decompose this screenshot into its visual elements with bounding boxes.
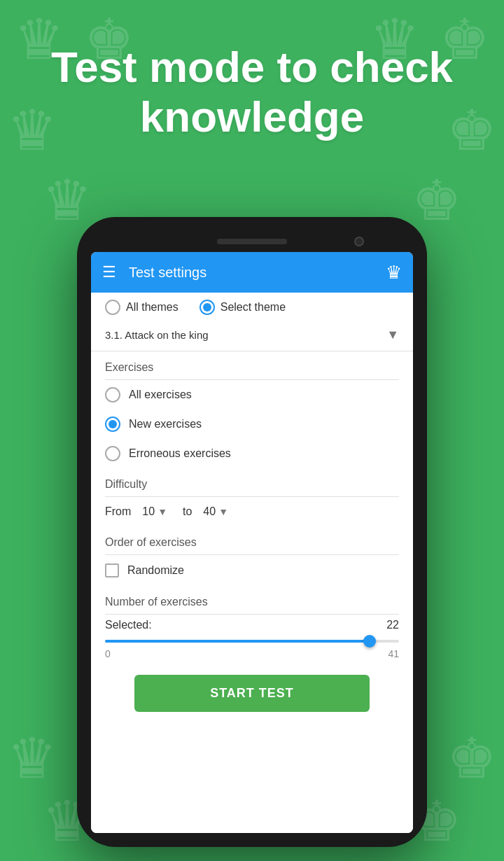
theme-dropdown-value: 3.1. Attack on the king	[105, 329, 386, 341]
select-theme-option[interactable]: Select theme	[200, 300, 286, 315]
phone-camera	[354, 237, 364, 246]
erroneous-exercises-radio[interactable]	[105, 446, 120, 461]
all-exercises-radio[interactable]	[105, 387, 120, 402]
from-value: 10	[142, 505, 155, 518]
start-test-button[interactable]: START TEST	[134, 675, 370, 712]
new-exercises-radio-fill	[108, 420, 117, 428]
hero-line2: knowledge	[0, 92, 504, 141]
selected-label: Selected:	[105, 619, 152, 631]
all-exercises-option[interactable]: All exercises	[91, 380, 413, 410]
theme-row: All themes Select theme	[91, 293, 413, 322]
all-themes-label: All themes	[126, 301, 178, 314]
from-dropdown[interactable]: 10 ▼	[142, 505, 167, 518]
select-theme-radio[interactable]	[200, 300, 215, 315]
slider-fill	[105, 640, 370, 643]
randomize-checkbox[interactable]	[105, 564, 119, 578]
phone-wrapper: ☰ Test settings ♛ All themes	[77, 217, 427, 847]
theme-dropdown-row[interactable]: 3.1. Attack on the king ▼	[91, 322, 413, 351]
difficulty-row: From 10 ▼ to 40 ▼	[91, 497, 413, 526]
slider-track	[105, 640, 399, 643]
from-arrow-icon: ▼	[158, 506, 167, 517]
phone-screen: ☰ Test settings ♛ All themes	[91, 252, 413, 833]
randomize-label: Randomize	[127, 564, 184, 577]
all-exercises-label: All exercises	[129, 388, 192, 401]
order-section-header: Order of exercises	[91, 526, 413, 554]
selected-row: Selected: 22	[91, 615, 413, 636]
to-label: to	[183, 505, 192, 518]
hero-line1: Test mode to check	[0, 42, 504, 92]
to-arrow-icon: ▼	[218, 506, 228, 517]
erroneous-exercises-option[interactable]: Erroneous exercises	[91, 439, 413, 468]
from-label: From	[105, 505, 131, 518]
hero-text: Test mode to check knowledge	[0, 42, 504, 142]
theme-radio-group: All themes Select theme	[105, 300, 399, 315]
app-bar-title: Test settings	[129, 265, 386, 281]
new-exercises-radio[interactable]	[105, 416, 120, 432]
slider-thumb[interactable]	[363, 635, 376, 648]
phone-speaker	[217, 239, 287, 244]
app-bar-logo-icon: ♛	[386, 262, 402, 284]
slider-max-label: 41	[388, 648, 399, 659]
slider-labels: 0 41	[91, 645, 413, 665]
select-theme-label: Select theme	[220, 301, 286, 314]
chess-piece-10: ♚	[447, 726, 497, 791]
exercises-section-header: Exercises	[91, 351, 413, 379]
hamburger-icon[interactable]: ☰	[102, 263, 116, 281]
new-exercises-label: New exercises	[129, 418, 202, 430]
phone-notch	[91, 231, 413, 252]
to-value: 40	[203, 505, 216, 518]
theme-dropdown-arrow: ▼	[386, 328, 399, 342]
select-theme-radio-fill	[203, 303, 211, 312]
screen-content: All themes Select theme 3.1. Attack on t…	[91, 293, 413, 833]
selected-value: 22	[386, 619, 399, 631]
to-dropdown[interactable]: 40 ▼	[203, 505, 228, 518]
erroneous-exercises-label: Erroneous exercises	[129, 447, 231, 460]
slider-container[interactable]	[91, 636, 413, 645]
chess-piece-9: ♛	[7, 726, 57, 791]
new-exercises-option[interactable]: New exercises	[91, 410, 413, 439]
slider-min-label: 0	[105, 648, 111, 659]
all-themes-radio[interactable]	[105, 300, 120, 315]
start-btn-container: START TEST	[91, 665, 413, 723]
app-bar: ☰ Test settings ♛	[91, 252, 413, 293]
phone-outer: ☰ Test settings ♛ All themes	[77, 217, 427, 847]
all-themes-option[interactable]: All themes	[105, 300, 178, 315]
number-section-header: Number of exercises	[91, 586, 413, 614]
difficulty-section-header: Difficulty	[91, 468, 413, 496]
randomize-checkbox-row[interactable]: Randomize	[91, 555, 413, 586]
